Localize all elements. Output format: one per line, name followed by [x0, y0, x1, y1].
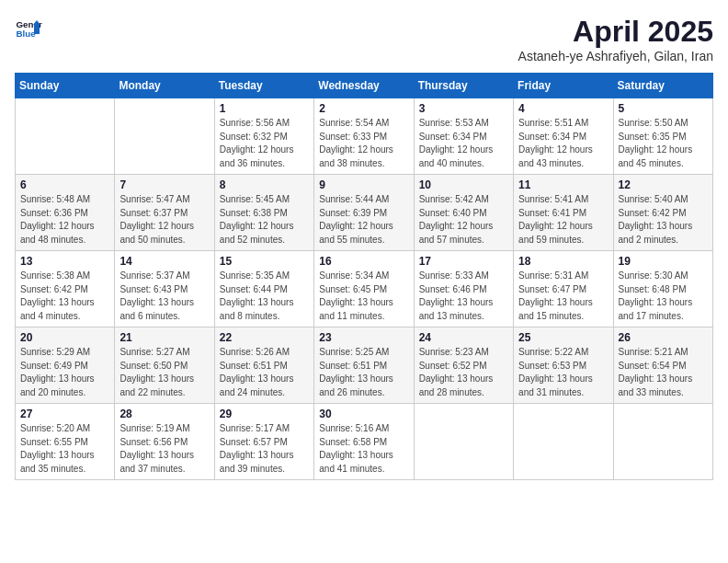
day-info: Sunrise: 5:33 AM Sunset: 6:46 PM Dayligh…	[419, 270, 508, 323]
weekday-header: Monday	[115, 74, 214, 98]
day-number: 14	[119, 255, 209, 268]
calendar-cell: 10Sunrise: 5:42 AM Sunset: 6:40 PM Dayli…	[414, 175, 513, 251]
day-info: Sunrise: 5:23 AM Sunset: 6:52 PM Dayligh…	[419, 346, 508, 399]
day-number: 26	[619, 331, 708, 344]
calendar-cell	[514, 404, 613, 480]
day-number: 24	[419, 331, 508, 344]
calendar-cell: 1Sunrise: 5:56 AM Sunset: 6:32 PM Daylig…	[214, 98, 313, 175]
day-number: 12	[619, 178, 708, 191]
calendar-cell: 11Sunrise: 5:41 AM Sunset: 6:41 PM Dayli…	[514, 175, 613, 251]
day-info: Sunrise: 5:25 AM Sunset: 6:51 PM Dayligh…	[319, 346, 408, 399]
calendar-cell: 16Sunrise: 5:34 AM Sunset: 6:45 PM Dayli…	[314, 251, 414, 327]
day-info: Sunrise: 5:34 AM Sunset: 6:45 PM Dayligh…	[319, 270, 408, 323]
day-info: Sunrise: 5:45 AM Sunset: 6:38 PM Dayligh…	[220, 193, 309, 247]
calendar-cell	[115, 98, 214, 175]
day-number: 17	[419, 255, 508, 268]
day-number: 27	[20, 408, 109, 420]
day-number: 20	[20, 331, 109, 344]
logo: General Blue	[15, 15, 42, 42]
day-number: 15	[220, 255, 309, 268]
day-info: Sunrise: 5:20 AM Sunset: 6:55 PM Dayligh…	[20, 422, 109, 476]
day-number: 16	[319, 255, 408, 268]
page-subtitle: Astaneh-ye Ashrafiyeh, Gilan, Iran	[518, 49, 713, 63]
weekday-header: Saturday	[613, 74, 712, 98]
day-info: Sunrise: 5:19 AM Sunset: 6:56 PM Dayligh…	[119, 422, 209, 476]
day-number: 18	[518, 255, 608, 268]
calendar-cell: 20Sunrise: 5:29 AM Sunset: 6:49 PM Dayli…	[16, 327, 115, 404]
title-area: April 2025 Astaneh-ye Ashrafiyeh, Gilan,…	[518, 15, 713, 63]
day-info: Sunrise: 5:44 AM Sunset: 6:39 PM Dayligh…	[319, 193, 408, 247]
day-info: Sunrise: 5:26 AM Sunset: 6:51 PM Dayligh…	[220, 346, 309, 399]
day-info: Sunrise: 5:41 AM Sunset: 6:41 PM Dayligh…	[518, 193, 608, 247]
day-info: Sunrise: 5:17 AM Sunset: 6:57 PM Dayligh…	[220, 422, 309, 476]
day-info: Sunrise: 5:53 AM Sunset: 6:34 PM Dayligh…	[419, 117, 508, 170]
day-number: 11	[518, 178, 608, 191]
day-info: Sunrise: 5:54 AM Sunset: 6:33 PM Dayligh…	[319, 117, 408, 170]
calendar-cell: 30Sunrise: 5:16 AM Sunset: 6:58 PM Dayli…	[314, 404, 414, 480]
day-info: Sunrise: 5:22 AM Sunset: 6:53 PM Dayligh…	[518, 346, 608, 399]
day-info: Sunrise: 5:56 AM Sunset: 6:32 PM Dayligh…	[220, 117, 309, 170]
calendar-cell	[613, 404, 712, 480]
day-info: Sunrise: 5:38 AM Sunset: 6:42 PM Dayligh…	[20, 270, 109, 323]
calendar-cell: 2Sunrise: 5:54 AM Sunset: 6:33 PM Daylig…	[314, 98, 414, 175]
weekday-header: Friday	[514, 74, 613, 98]
calendar-cell: 5Sunrise: 5:50 AM Sunset: 6:35 PM Daylig…	[613, 98, 712, 175]
calendar-cell: 22Sunrise: 5:26 AM Sunset: 6:51 PM Dayli…	[214, 327, 313, 404]
weekday-header: Tuesday	[214, 74, 313, 98]
calendar-week-row: 20Sunrise: 5:29 AM Sunset: 6:49 PM Dayli…	[16, 327, 713, 404]
calendar-cell: 4Sunrise: 5:51 AM Sunset: 6:34 PM Daylig…	[514, 98, 613, 175]
calendar-cell: 12Sunrise: 5:40 AM Sunset: 6:42 PM Dayli…	[613, 175, 712, 251]
day-number: 3	[419, 102, 508, 115]
day-number: 7	[119, 178, 209, 191]
day-info: Sunrise: 5:21 AM Sunset: 6:54 PM Dayligh…	[619, 346, 708, 399]
page-title: April 2025	[518, 15, 713, 49]
calendar-week-row: 27Sunrise: 5:20 AM Sunset: 6:55 PM Dayli…	[16, 404, 713, 480]
day-number: 21	[119, 331, 209, 344]
day-number: 10	[419, 178, 508, 191]
calendar-cell: 6Sunrise: 5:48 AM Sunset: 6:36 PM Daylig…	[16, 175, 115, 251]
day-info: Sunrise: 5:48 AM Sunset: 6:36 PM Dayligh…	[20, 193, 109, 247]
day-info: Sunrise: 5:27 AM Sunset: 6:50 PM Dayligh…	[119, 346, 209, 399]
day-number: 6	[20, 178, 109, 191]
calendar-cell: 28Sunrise: 5:19 AM Sunset: 6:56 PM Dayli…	[115, 404, 214, 480]
day-info: Sunrise: 5:40 AM Sunset: 6:42 PM Dayligh…	[619, 193, 708, 247]
logo-icon: General Blue	[15, 15, 42, 42]
day-number: 5	[619, 102, 708, 115]
day-info: Sunrise: 5:30 AM Sunset: 6:48 PM Dayligh…	[619, 270, 708, 323]
calendar-cell	[16, 98, 115, 175]
day-number: 9	[319, 178, 408, 191]
day-info: Sunrise: 5:47 AM Sunset: 6:37 PM Dayligh…	[119, 193, 209, 247]
day-info: Sunrise: 5:42 AM Sunset: 6:40 PM Dayligh…	[419, 193, 508, 247]
calendar-cell: 7Sunrise: 5:47 AM Sunset: 6:37 PM Daylig…	[115, 175, 214, 251]
calendar-week-row: 13Sunrise: 5:38 AM Sunset: 6:42 PM Dayli…	[16, 251, 713, 327]
day-number: 1	[220, 102, 309, 115]
day-number: 30	[319, 408, 408, 420]
calendar-cell: 8Sunrise: 5:45 AM Sunset: 6:38 PM Daylig…	[214, 175, 313, 251]
page-header: General Blue April 2025 Astaneh-ye Ashra…	[15, 15, 713, 63]
day-info: Sunrise: 5:35 AM Sunset: 6:44 PM Dayligh…	[220, 270, 309, 323]
calendar-cell: 26Sunrise: 5:21 AM Sunset: 6:54 PM Dayli…	[613, 327, 712, 404]
day-number: 2	[319, 102, 408, 115]
calendar-cell: 24Sunrise: 5:23 AM Sunset: 6:52 PM Dayli…	[414, 327, 513, 404]
day-number: 22	[220, 331, 309, 344]
weekday-header: Sunday	[16, 74, 115, 98]
day-info: Sunrise: 5:31 AM Sunset: 6:47 PM Dayligh…	[518, 270, 608, 323]
calendar-cell: 17Sunrise: 5:33 AM Sunset: 6:46 PM Dayli…	[414, 251, 513, 327]
calendar-cell	[414, 404, 513, 480]
day-info: Sunrise: 5:50 AM Sunset: 6:35 PM Dayligh…	[619, 117, 708, 170]
weekday-header: Wednesday	[314, 74, 414, 98]
calendar-cell: 3Sunrise: 5:53 AM Sunset: 6:34 PM Daylig…	[414, 98, 513, 175]
calendar-cell: 25Sunrise: 5:22 AM Sunset: 6:53 PM Dayli…	[514, 327, 613, 404]
calendar-cell: 14Sunrise: 5:37 AM Sunset: 6:43 PM Dayli…	[115, 251, 214, 327]
svg-text:Blue: Blue	[17, 29, 37, 39]
calendar-cell: 13Sunrise: 5:38 AM Sunset: 6:42 PM Dayli…	[16, 251, 115, 327]
calendar-cell: 18Sunrise: 5:31 AM Sunset: 6:47 PM Dayli…	[514, 251, 613, 327]
calendar-week-row: 6Sunrise: 5:48 AM Sunset: 6:36 PM Daylig…	[16, 175, 713, 251]
calendar-cell: 9Sunrise: 5:44 AM Sunset: 6:39 PM Daylig…	[314, 175, 414, 251]
day-number: 4	[518, 102, 608, 115]
calendar-cell: 29Sunrise: 5:17 AM Sunset: 6:57 PM Dayli…	[214, 404, 313, 480]
day-number: 19	[619, 255, 708, 268]
day-number: 25	[518, 331, 608, 344]
calendar-header-row: SundayMondayTuesdayWednesdayThursdayFrid…	[16, 74, 713, 98]
calendar-table: SundayMondayTuesdayWednesdayThursdayFrid…	[15, 73, 713, 480]
